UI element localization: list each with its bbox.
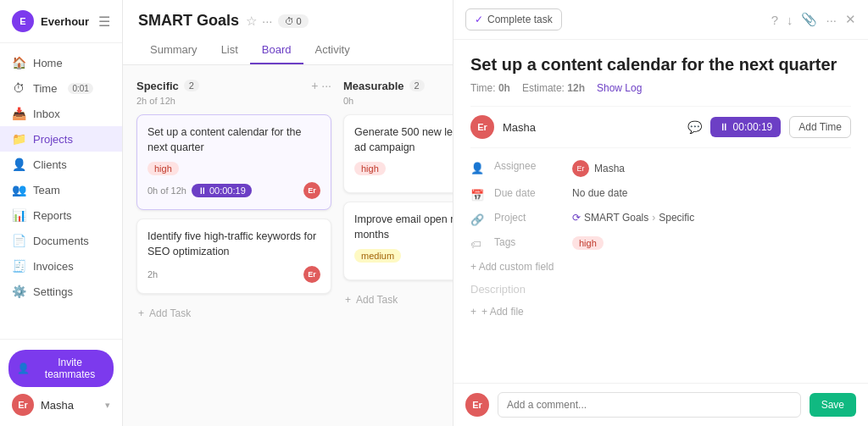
sidebar-item-clients[interactable]: 👤 Clients	[0, 152, 122, 177]
col-header-measurable: Measurable 2 +···	[343, 79, 453, 92]
task-title: Set up a content calendar for the next q…	[470, 53, 851, 75]
user-row[interactable]: Er Masha ▾	[8, 387, 114, 416]
card-avatar: Er	[303, 266, 320, 283]
add-task-measurable[interactable]: +Add Task	[343, 289, 453, 311]
sidebar-item-label: Reports	[33, 209, 72, 222]
brand-avatar: E	[12, 10, 34, 32]
assignee-value: Er Masha	[572, 160, 625, 177]
add-custom-field[interactable]: + Add custom field	[470, 261, 851, 273]
due-date-label: Due date	[494, 187, 562, 199]
more-options-icon[interactable]: ···	[826, 13, 837, 27]
tab-list[interactable]: List	[209, 38, 250, 64]
project-label: Project	[494, 212, 562, 224]
board-col-specific: Specific 2 +··· 2h of 12h Set up a conte…	[136, 79, 331, 412]
col-actions[interactable]: +···	[311, 79, 331, 92]
card-c3[interactable]: Generate 500 new leads for the next ad c…	[343, 114, 453, 193]
user-name: Masha	[41, 399, 74, 412]
main-content: SMART Goals ☆ ··· ⏱ 0 SummaryListBoardAc…	[123, 0, 453, 426]
card-c2[interactable]: Identify five high-traffic keywords for …	[136, 219, 331, 294]
add-file-icon: +	[470, 306, 476, 318]
time-icon: ⏱	[12, 81, 25, 95]
sidebar-item-settings[interactable]: ⚙️ Settings	[0, 279, 122, 304]
more-col-icon[interactable]: ···	[321, 79, 331, 92]
card-timer: ⏸ 00:00:19	[192, 184, 252, 197]
tab-board[interactable]: Board	[250, 38, 303, 64]
sidebar-item-team[interactable]: 👥 Team	[0, 177, 122, 202]
assignee-label: Assignee	[494, 160, 562, 172]
sidebar-item-documents[interactable]: 📄 Documents	[0, 228, 122, 253]
invite-icon: 👤	[17, 362, 30, 374]
breadcrumb-arrow-icon: ›	[652, 212, 655, 224]
running-timer-button[interactable]: ⏸ 00:00:19	[710, 117, 782, 137]
card-title: Improve email open rate within two month…	[354, 213, 453, 242]
menu-icon[interactable]: ☰	[98, 14, 110, 30]
card-tag: medium	[354, 249, 401, 263]
field-due-date: 📅 Due date No due date	[470, 187, 851, 202]
add-task-icon: +	[138, 307, 144, 319]
settings-icon: ⚙️	[12, 285, 25, 298]
board-container: Specific 2 +··· 2h of 12h Set up a conte…	[123, 65, 453, 426]
sidebar-item-reports[interactable]: 📊 Reports	[0, 202, 122, 228]
add-time-button[interactable]: Add Time	[789, 116, 851, 138]
col-subtext: 0h	[343, 96, 453, 106]
task-panel: ✓ Complete task ? ↓ 📎 ··· ✕ Set up a con…	[453, 0, 868, 426]
sidebar-item-home[interactable]: 🏠 Home	[0, 50, 122, 75]
tags-label: Tags	[494, 236, 562, 248]
sidebar-item-label: Inbox	[33, 108, 60, 120]
download-icon[interactable]: ↓	[787, 13, 793, 27]
sidebar-item-time[interactable]: ⏱ Time 0:01	[0, 75, 122, 101]
card-tag: high	[354, 162, 386, 175]
col-subtext: 2h of 12h	[136, 96, 331, 106]
sidebar-brand[interactable]: E Everhour ☰	[0, 0, 122, 43]
panel-user-avatar: Er	[470, 115, 494, 139]
close-icon[interactable]: ✕	[845, 12, 856, 27]
user-chevron-icon: ▾	[105, 400, 110, 411]
col-header-specific: Specific 2 +···	[136, 79, 331, 92]
card-time: 2h	[147, 269, 158, 279]
card-avatar: Er	[303, 182, 320, 199]
sidebar-item-inbox[interactable]: 📥 Inbox	[0, 101, 122, 126]
sidebar-item-invoices[interactable]: 🧾 Invoices	[0, 253, 122, 279]
check-icon: ✓	[475, 14, 483, 25]
invoices-icon: 🧾	[12, 259, 25, 273]
sidebar-nav: 🏠 Home ⏱ Time 0:01📥 Inbox 📁 Projects 👤 C…	[0, 43, 122, 339]
attachment-icon[interactable]: 📎	[801, 12, 817, 27]
save-comment-button[interactable]: Save	[810, 393, 856, 417]
card-tag: high	[147, 162, 179, 175]
star-icon[interactable]: ☆	[246, 14, 257, 29]
sidebar-item-label: Invoices	[33, 260, 74, 273]
sidebar-item-label: Projects	[33, 133, 73, 146]
panel-footer: Er Save	[453, 383, 868, 426]
col-title: Measurable	[343, 80, 404, 92]
col-count: 2	[184, 80, 199, 91]
reports-icon: 📊	[12, 208, 25, 222]
tab-summary[interactable]: Summary	[138, 38, 209, 64]
comment-input[interactable]	[498, 392, 801, 418]
sidebar-item-label: Settings	[33, 285, 73, 298]
sidebar-item-label: Documents	[33, 235, 89, 247]
add-col-icon[interactable]: +	[311, 79, 318, 92]
add-file-row[interactable]: + + Add file	[470, 306, 851, 318]
user-avatar: Er	[12, 394, 34, 416]
help-icon[interactable]: ?	[771, 13, 778, 27]
card-c4[interactable]: Improve email open rate within two month…	[343, 202, 453, 280]
panel-user-name: Masha	[503, 121, 536, 134]
title-row: SMART Goals ☆ ··· ⏱ 0	[138, 12, 437, 30]
card-c1[interactable]: Set up a content calendar for the next q…	[136, 114, 331, 210]
main-header: SMART Goals ☆ ··· ⏱ 0 SummaryListBoardAc…	[123, 0, 453, 65]
invite-teammates-button[interactable]: 👤 Invite teammates	[8, 350, 114, 387]
more-icon[interactable]: ···	[262, 14, 273, 28]
due-date-value[interactable]: No due date	[572, 187, 627, 199]
sidebar-item-label: Clients	[33, 158, 67, 171]
complete-task-button[interactable]: ✓ Complete task	[465, 8, 562, 30]
show-log-link[interactable]: Show Log	[597, 82, 642, 94]
tabs: SummaryListBoardActivity	[138, 38, 437, 64]
panel-toolbar: ✓ Complete task ? ↓ 📎 ··· ✕	[453, 0, 868, 40]
card-time: 0h of 12h	[147, 185, 186, 196]
description-placeholder[interactable]: Description	[470, 283, 851, 296]
tab-activity[interactable]: Activity	[303, 38, 362, 64]
sidebar-item-projects[interactable]: 📁 Projects	[0, 126, 122, 152]
pause-icon: ⏸	[719, 121, 729, 133]
add-task-specific[interactable]: +Add Task	[136, 302, 331, 324]
chat-icon[interactable]: 💬	[687, 120, 702, 134]
